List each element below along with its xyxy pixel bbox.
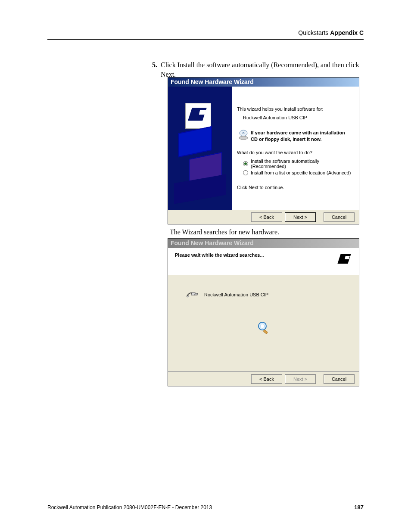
dialog2-body: Rockwell Automation USB CIP xyxy=(168,275,359,371)
cd-notice: If your hardware came with an installati… xyxy=(251,130,352,142)
next-button-disabled: Next > xyxy=(285,374,316,384)
caption-searching: The Wizard searches for new hardware. xyxy=(170,228,279,236)
radio-auto-label: Install the software automatically (Reco… xyxy=(251,159,352,169)
header-rule xyxy=(47,39,364,40)
dialog2-titlebar: Found New Hardware Wizard xyxy=(168,239,359,248)
step-text: Click Install the software automatically… xyxy=(161,61,359,78)
running-header: Quickstarts Appendix C xyxy=(298,29,364,36)
step-number: 5. xyxy=(152,60,157,70)
radio-list[interactable]: Install from a list or specific location… xyxy=(243,170,352,175)
continue-text: Click Next to continue. xyxy=(237,185,352,190)
hardware-icon xyxy=(185,103,211,129)
svg-rect-4 xyxy=(195,293,198,295)
svg-point-5 xyxy=(187,296,189,297)
dialog-main: This wizard helps you install software f… xyxy=(168,87,359,210)
device-name: Rockwell Automation USB CIP xyxy=(243,115,352,120)
dialog2-header-text: Please wait while the wizard searches... xyxy=(175,252,264,258)
hardware-small-icon xyxy=(336,252,354,270)
svg-point-2 xyxy=(239,136,248,140)
cancel-button[interactable]: Cancel xyxy=(324,374,355,384)
wizard-prompt: What do you want the wizard to do? xyxy=(237,150,352,155)
device-connector-icon xyxy=(186,290,199,299)
intro-text: This wizard helps you install software f… xyxy=(237,106,352,112)
step-5: 5. Click Install the software automatica… xyxy=(161,60,364,79)
header-light: Quickstarts xyxy=(298,29,330,36)
wizard-dialog-install: Found New Hardware Wizard This wizard he… xyxy=(168,77,359,224)
radio-auto[interactable]: Install the software automatically (Reco… xyxy=(243,159,352,169)
dialog2-device-name: Rockwell Automation USB CIP xyxy=(204,292,268,297)
dialog2-header: Please wait while the wizard searches... xyxy=(168,248,359,275)
wizard-dialog-searching: Found New Hardware Wizard Please wait wh… xyxy=(168,238,359,386)
radio-button-icon xyxy=(243,170,248,175)
header-bold: Appendix C xyxy=(330,29,364,36)
dialog-titlebar: Found New Hardware Wizard xyxy=(168,78,359,87)
footer-page-number: 187 xyxy=(354,504,364,510)
dialog-content: This wizard helps you install software f… xyxy=(232,87,359,210)
svg-point-7 xyxy=(260,324,265,328)
svg-point-1 xyxy=(243,133,244,134)
radio-button-selected-icon xyxy=(243,161,248,166)
next-button[interactable]: Next > xyxy=(285,212,316,222)
dialog-sidebar-graphic xyxy=(168,87,232,210)
cd-icon xyxy=(239,130,248,142)
dialog2-button-row: < Back Next > Cancel xyxy=(168,371,359,386)
magnifier-search-icon xyxy=(257,321,270,336)
svg-rect-8 xyxy=(263,330,268,334)
radio-list-label: Install from a list or specific location… xyxy=(251,170,351,175)
back-button[interactable]: < Back xyxy=(251,374,282,384)
dialog-button-row: < Back Next > Cancel xyxy=(168,210,359,224)
cancel-button[interactable]: Cancel xyxy=(324,212,355,222)
back-button[interactable]: < Back xyxy=(251,212,282,222)
footer-publication: Rockwell Automation Publication 2080-UM0… xyxy=(47,504,212,510)
